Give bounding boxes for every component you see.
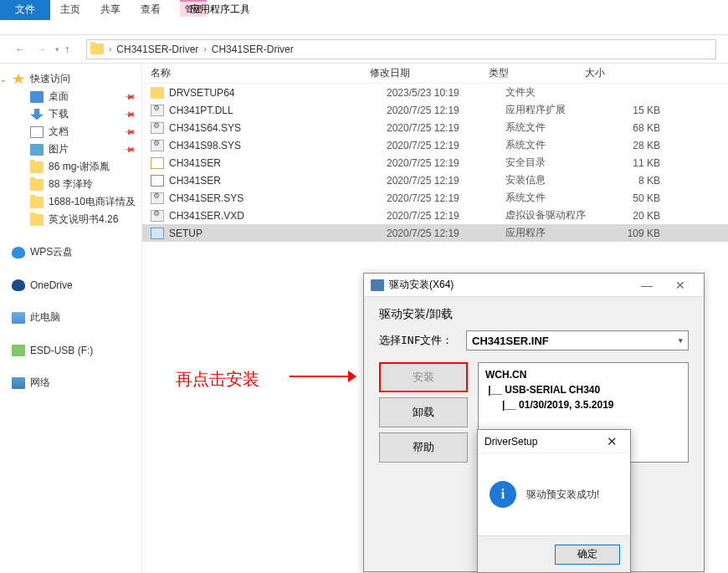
nav-forward[interactable]: → (33, 41, 50, 58)
pin-icon: 📌 (124, 90, 136, 103)
file-size: 8 KB (602, 175, 660, 187)
file-size: 50 KB (602, 192, 660, 204)
sidebar-network[interactable]: 网络 (0, 374, 141, 391)
sidebar-folder-2[interactable]: 88 李泽玲 (0, 176, 141, 193)
address-path[interactable]: › CH341SER-Driver › CH341SER-Driver (86, 39, 716, 59)
pictures-icon (30, 144, 44, 156)
usb-icon (12, 345, 25, 356)
nav-history-dropdown[interactable]: ▾ (55, 45, 59, 54)
file-type: 安装信息 (505, 173, 602, 187)
sidebar-quick-access[interactable]: ⌄ 快速访问 (0, 70, 141, 88)
ribbon-tab-home[interactable]: 主页 (50, 0, 90, 20)
file-row[interactable]: DRVSETUP642023/5/23 10:19文件夹 (142, 84, 728, 101)
sidebar-folder-4[interactable]: 英文说明书4.26 (0, 211, 141, 228)
sidebar-wps[interactable]: WPS云盘 (0, 243, 141, 261)
file-name: CH341PT.DLL (169, 105, 387, 116)
file-date: 2020/7/25 12:19 (387, 228, 505, 239)
address-bar: ← → ▾ ↑ › CH341SER-Driver › CH341SER-Dri… (0, 35, 728, 64)
file-date: 2023/5/23 10:19 (387, 87, 505, 99)
file-row[interactable]: CH341SER.VXD2020/7/25 12:19虚拟设备驱动程序20 KB (142, 207, 728, 224)
minimize-button[interactable]: — (630, 275, 664, 295)
msgbox-message: 驱动预安装成功! (526, 488, 599, 502)
file-size: 15 KB (602, 105, 660, 116)
ribbon-tab-view[interactable]: 查看 (131, 0, 171, 20)
dialog-titlebar[interactable]: 驱动安装(X64) — ✕ (364, 274, 704, 297)
sidebar-label: 图片 (49, 142, 69, 156)
dialog-title: 驱动安装(X64) (389, 278, 454, 292)
file-row[interactable]: CH341SER.SYS2020/7/25 12:19系统文件50 KB (142, 189, 728, 207)
sidebar-label: 88 李泽玲 (49, 177, 93, 192)
pc-icon (12, 312, 25, 324)
breadcrumb-seg-1[interactable]: CH341SER-Driver (113, 43, 202, 55)
ribbon-tab-share[interactable]: 共享 (90, 0, 131, 20)
sidebar-label: 86 mg-谢添胤 (49, 160, 110, 174)
column-name[interactable]: 名称 (151, 66, 370, 80)
sidebar-desktop[interactable]: 桌面 📌 (0, 88, 141, 105)
column-size[interactable]: 大小 (585, 66, 652, 80)
folder-icon (30, 197, 44, 208)
driver-setup-msgbox: DriverSetup ✕ i 驱动预安装成功! 确定 (477, 429, 631, 573)
ribbon-tab-apptools[interactable]: 应用程序工具 (180, 0, 260, 20)
inf-select-value: CH341SER.INF (472, 335, 549, 347)
file-row[interactable]: CH341SER2020/7/25 12:19安全目录11 KB (142, 154, 728, 171)
chevron-icon: › (107, 44, 113, 54)
inf-select-dropdown[interactable]: CH341SER.INF ▾ (466, 330, 689, 350)
sidebar-folder-1[interactable]: 86 mg-谢添胤 (0, 158, 141, 176)
file-icon (151, 105, 164, 116)
file-row[interactable]: CH341S98.SYS2020/7/25 12:19系统文件28 KB (142, 136, 728, 154)
file-icon (151, 157, 164, 169)
ribbon-tab-file[interactable]: 文件 (0, 0, 50, 20)
file-name: DRVSETUP64 (169, 87, 387, 99)
sidebar-onedrive[interactable]: OneDrive (0, 276, 141, 294)
uninstall-button[interactable]: 卸载 (379, 397, 468, 427)
column-type[interactable]: 类型 (489, 66, 585, 80)
file-row[interactable]: CH341S64.SYS2020/7/25 12:19系统文件68 KB (142, 119, 728, 136)
column-date[interactable]: 修改日期 (370, 66, 489, 80)
ok-button[interactable]: 确定 (555, 545, 620, 565)
help-button[interactable]: 帮助 (379, 432, 468, 463)
file-type: 文件夹 (505, 85, 602, 100)
file-row[interactable]: CH341SER2020/7/25 12:19安装信息8 KB (142, 171, 728, 189)
file-name: CH341SER.VXD (169, 210, 387, 222)
sidebar-pictures[interactable]: 图片 📌 (0, 141, 141, 158)
file-date: 2020/7/25 12:19 (387, 175, 505, 187)
breadcrumb-seg-2[interactable]: CH341SER-Driver (208, 43, 297, 55)
file-row[interactable]: SETUP2020/7/25 12:19应用程序109 KB (142, 224, 728, 242)
file-type: 应用程序扩展 (505, 103, 602, 117)
file-row[interactable]: CH341PT.DLL2020/7/25 12:19应用程序扩展15 KB (142, 101, 728, 119)
folder-icon (30, 161, 44, 173)
sidebar-label: 英文说明书4.26 (49, 212, 118, 227)
file-type: 虚拟设备驱动程序 (505, 208, 602, 223)
ribbon-tabs: 文件 主页 共享 查看 管理 应用程序工具 (0, 0, 728, 20)
dialog-heading: 驱动安装/卸载 (379, 307, 689, 322)
pin-icon: 📌 (124, 143, 136, 156)
sidebar-usb[interactable]: ESD-USB (F:) (0, 341, 141, 359)
file-icon (151, 228, 164, 239)
sidebar-documents[interactable]: 文档 📌 (0, 123, 141, 141)
sidebar-label: OneDrive (30, 279, 73, 291)
sidebar-label: 文档 (49, 125, 69, 139)
pin-icon: 📌 (124, 108, 136, 120)
nav-back[interactable]: ← (12, 41, 28, 58)
chevron-down-icon: ⌄ (0, 75, 8, 84)
msgbox-titlebar[interactable]: DriverSetup ✕ (478, 430, 630, 453)
msgbox-title: DriverSetup (484, 436, 537, 448)
sidebar-folder-3[interactable]: 1688-10电商详情及 (0, 193, 141, 211)
sidebar-thispc[interactable]: 此电脑 (0, 309, 141, 326)
file-icon (151, 122, 164, 134)
folder-icon (30, 179, 44, 191)
close-button[interactable]: ✕ (600, 432, 623, 451)
chevron-icon: › (202, 44, 208, 54)
sidebar-downloads[interactable]: 下载 📌 (0, 105, 141, 123)
install-button[interactable]: 安装 (379, 362, 468, 392)
file-type: 系统文件 (505, 191, 602, 205)
sidebar-label: 下载 (49, 107, 69, 121)
file-date: 2020/7/25 12:19 (387, 105, 505, 116)
close-button[interactable]: ✕ (664, 275, 697, 295)
file-size: 109 KB (602, 228, 660, 239)
sidebar-label: 此电脑 (30, 310, 60, 325)
file-size: 28 KB (602, 140, 660, 151)
file-date: 2020/7/25 12:19 (387, 210, 505, 222)
nav-up[interactable]: ↑ (64, 43, 79, 55)
file-name: CH341SER.SYS (169, 192, 387, 204)
